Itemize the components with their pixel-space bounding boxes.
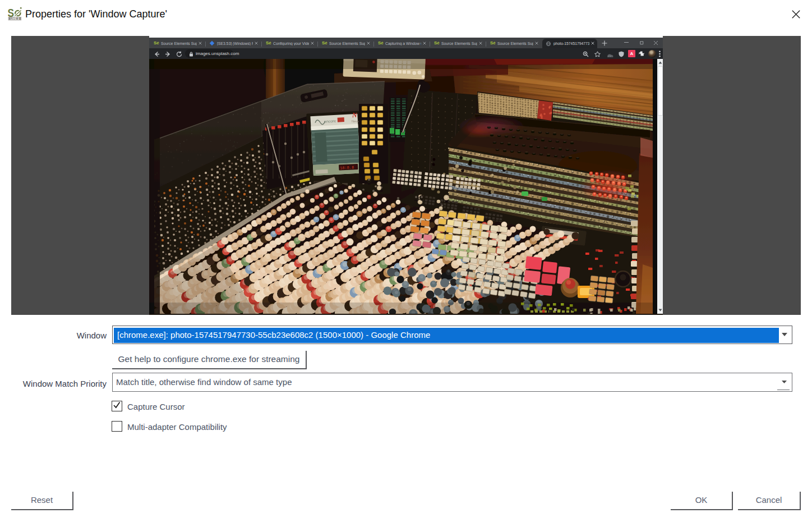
svg-text:LIVE 3: LIVE 3 xyxy=(11,17,20,20)
